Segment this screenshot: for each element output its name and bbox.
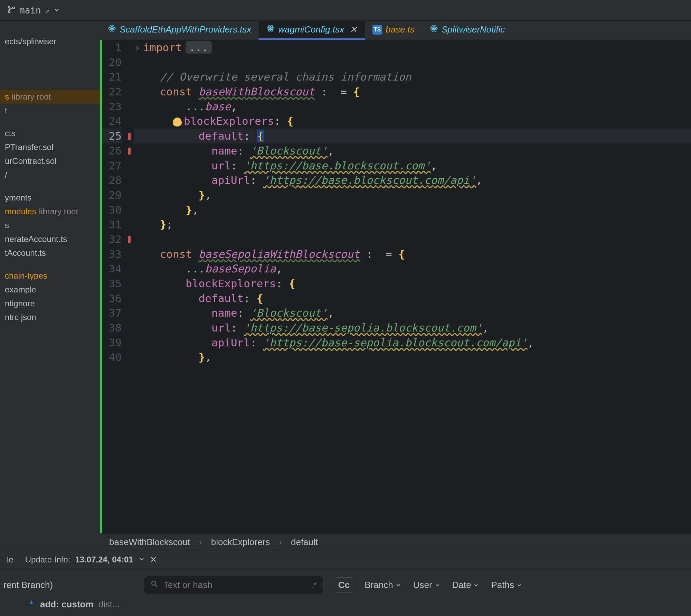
ts-icon: TS (372, 25, 382, 35)
sidebar-item[interactable]: chain-types (0, 269, 100, 283)
breadcrumb-part[interactable]: blockExplorers (211, 537, 270, 548)
tab-label: ScaffoldEthAppWithProviders.tsx (120, 24, 251, 35)
sidebar-item[interactable]: ntignore (0, 297, 100, 310)
vcs-left-text: rent Branch) (3, 580, 53, 590)
sidebar-item[interactable]: slibrary root (0, 90, 100, 104)
svg-point-7 (270, 28, 271, 29)
sidebar-item[interactable]: t (0, 104, 100, 118)
editor-body[interactable]: 1202122232425262728293031323334353637383… (100, 40, 691, 533)
editor-tab[interactable]: wagmiConfig.tsx✕ (259, 21, 365, 40)
vcs-filter-branch[interactable]: Branch (365, 580, 401, 590)
title-bar: main ↗ (0, 0, 691, 21)
chevron-down-icon (53, 5, 60, 16)
react-icon (430, 24, 438, 35)
sidebar-item[interactable]: tAccount.ts (0, 246, 100, 260)
sidebar-item[interactable]: urContract.sol (0, 154, 100, 168)
svg-point-1 (8, 10, 10, 12)
editor-tab[interactable]: SplitwiserNotific (422, 21, 513, 40)
breadcrumb-part[interactable]: baseWithBlockscout (109, 537, 190, 548)
vcs-filter-paths[interactable]: Paths (491, 580, 522, 590)
line-gutter: 1202122232425262728293031323334353637383… (100, 40, 128, 533)
branch-arrow-icon: ↗ (45, 5, 50, 16)
sidebar-item[interactable]: yments (0, 191, 100, 205)
project-sidebar[interactable]: ects/splitwiserslibrary roottctsPTransfe… (0, 21, 100, 551)
chevron-right-icon: › (279, 537, 282, 548)
sidebar-item[interactable]: PTransfer.sol (0, 140, 100, 154)
branch-name: main (19, 5, 41, 16)
sidebar-item[interactable]: nerateAccount.ts (0, 232, 100, 246)
commit-message-rest: dist... (98, 599, 120, 610)
close-icon[interactable]: ✕ (350, 24, 357, 35)
sidebar-item[interactable]: s (0, 218, 100, 232)
vcs-search-input[interactable] (163, 580, 306, 590)
svg-point-2 (13, 7, 15, 8)
chevron-right-icon: › (199, 537, 202, 548)
editor-tabs: ScaffoldEthAppWithProviders.tsxwagmiConf… (100, 21, 691, 40)
status-bar: le Update Info: 13.07.24, 04:01 ✕ (0, 551, 691, 568)
close-icon[interactable]: ✕ (150, 555, 157, 564)
pin-icon (28, 599, 35, 610)
vcs-log-toolbar: rent Branch) .* Cc BranchUserDatePaths (0, 568, 691, 598)
tab-label: base.ts (386, 24, 415, 35)
tab-label: wagmiConfig.tsx (278, 24, 344, 35)
code-area[interactable]: ›import... // Overwrite several chains i… (131, 40, 691, 533)
react-icon (266, 24, 275, 35)
case-sensitive-toggle[interactable]: Cc (334, 577, 354, 593)
sidebar-item[interactable]: ects/splitwiser (0, 35, 100, 48)
branch-icon (7, 5, 16, 16)
editor-tab[interactable]: ScaffoldEthAppWithProviders.tsx (100, 21, 259, 40)
search-icon (150, 580, 159, 590)
sidebar-item[interactable]: ntrc json (0, 310, 100, 324)
breadcrumb[interactable]: baseWithBlockscout›blockExplorers›defaul… (100, 533, 691, 551)
update-info-value: 13.07.24, 04:01 (75, 555, 133, 564)
status-left-text: le (7, 555, 13, 564)
svg-point-11 (433, 28, 435, 29)
tab-label: SplitwiserNotific (442, 24, 505, 35)
svg-point-0 (8, 6, 10, 8)
react-icon (108, 24, 116, 35)
vcs-search-box[interactable]: .* (144, 576, 323, 594)
git-branch-widget[interactable]: main ↗ (7, 5, 60, 16)
vcs-commit-row[interactable]: add: custom dist... (0, 598, 691, 616)
commit-message: add: custom (40, 599, 94, 610)
sidebar-item[interactable]: example (0, 283, 100, 297)
sidebar-item[interactable]: moduleslibrary root (0, 205, 100, 218)
breadcrumb-part[interactable]: default (291, 537, 318, 548)
regex-icon[interactable]: .* (311, 580, 317, 590)
vcs-filter-user[interactable]: User (413, 580, 441, 590)
vcs-filter-date[interactable]: Date (452, 580, 480, 590)
intention-bulb-icon[interactable] (173, 118, 182, 127)
sidebar-item[interactable]: / (0, 168, 100, 182)
svg-point-15 (152, 581, 156, 585)
editor-tab[interactable]: TSbase.ts (365, 21, 422, 40)
update-info-label: Update Info: (25, 555, 70, 564)
svg-point-3 (111, 28, 113, 29)
sidebar-item[interactable]: cts (0, 127, 100, 140)
chevron-down-icon[interactable] (138, 555, 145, 564)
